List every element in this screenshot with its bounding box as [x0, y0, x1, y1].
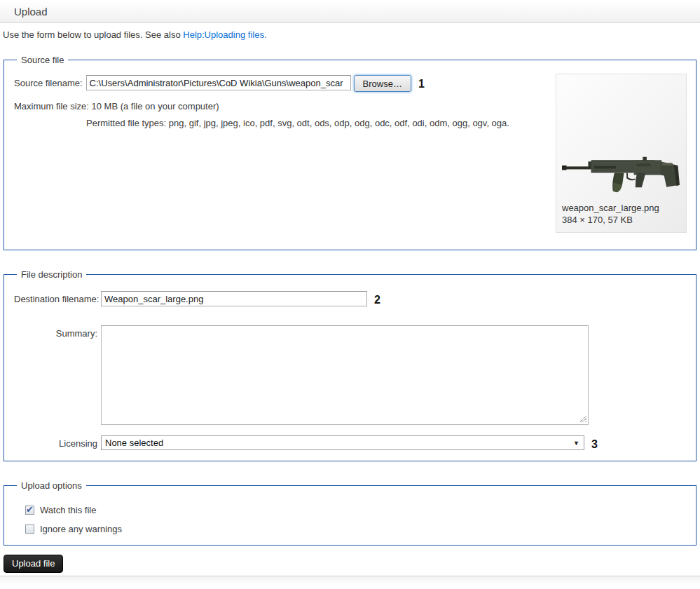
- annotation-2: 2: [374, 291, 380, 306]
- ignore-warnings-row: Ignore any warnings: [25, 524, 686, 534]
- licensing-row: Licensing None selected ▼ 3: [14, 435, 686, 451]
- ignore-warnings-label: Ignore any warnings: [40, 524, 122, 534]
- scar-rifle-graphic: [561, 144, 682, 199]
- destination-filename-input[interactable]: [101, 291, 367, 306]
- intro-text: Use the form below to upload files. See …: [0, 23, 700, 40]
- source-filename-label: Source filename:: [14, 75, 83, 88]
- destination-filename-row: Destination filename: 2: [14, 291, 686, 306]
- licensing-selected-value: None selected: [105, 438, 163, 448]
- summary-textarea[interactable]: [101, 325, 589, 425]
- watch-file-row: Watch this file: [25, 505, 686, 515]
- watch-this-file-label: Watch this file: [40, 505, 96, 515]
- source-file-fieldset: Source file Source filename: Browse… 1 M…: [4, 55, 696, 250]
- summary-label: Summary:: [14, 325, 101, 339]
- page-header: Upload: [0, 0, 700, 23]
- footer-divider: [0, 576, 700, 585]
- ignore-warnings-checkbox[interactable]: [25, 524, 34, 534]
- page-title: Upload: [14, 6, 48, 18]
- preview-meta: 384 × 170, 57 KB: [562, 214, 680, 226]
- licensing-label: Licensing: [14, 435, 101, 449]
- weapon-preview-image: [556, 74, 686, 199]
- watch-this-file-checkbox[interactable]: [25, 506, 34, 515]
- upload-options-legend: Upload options: [17, 480, 86, 491]
- intro-text-plain: Use the form below to upload files. See …: [3, 29, 183, 40]
- annotation-3: 3: [591, 435, 598, 451]
- file-description-fieldset: File description Destination filename: 2…: [4, 269, 696, 461]
- source-filename-input[interactable]: [86, 75, 351, 90]
- file-preview-box: weapon_scar_large.png 384 × 170, 57 KB: [556, 74, 687, 233]
- destination-filename-label: Destination filename:: [14, 291, 101, 304]
- summary-row: Summary:: [14, 325, 686, 427]
- dropdown-arrow-icon: ▼: [573, 440, 580, 447]
- source-file-legend: Source file: [17, 55, 68, 65]
- browse-button[interactable]: Browse…: [354, 75, 411, 92]
- preview-filename: weapon_scar_large.png: [562, 202, 680, 214]
- file-description-legend: File description: [17, 269, 86, 280]
- upload-file-button[interactable]: Upload file: [4, 555, 63, 573]
- licensing-select[interactable]: None selected ▼: [101, 435, 584, 450]
- help-uploading-files-link[interactable]: Help:Uploading files.: [183, 29, 266, 40]
- annotation-1: 1: [418, 75, 425, 90]
- upload-options-fieldset: Upload options Watch this file Ignore an…: [4, 480, 696, 546]
